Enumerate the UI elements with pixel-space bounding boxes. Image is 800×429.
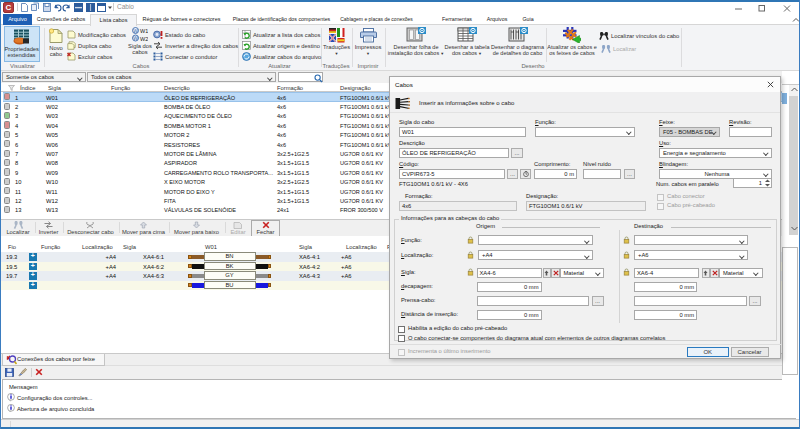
svg-text:W2: W2 xyxy=(140,36,148,42)
svg-text:W: W xyxy=(133,28,138,34)
svg-text:W1: W1 xyxy=(140,28,148,34)
svg-text:W: W xyxy=(133,35,138,41)
